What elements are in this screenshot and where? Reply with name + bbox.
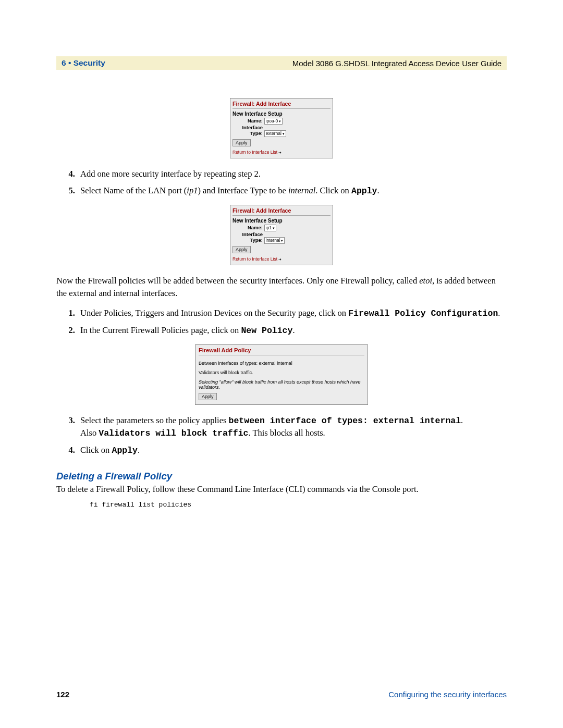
b1-suffix: . [498, 308, 500, 318]
step5-ip1: ip1 [187, 186, 198, 195]
b3-also-suf: . This blocks all hosts. [248, 428, 325, 438]
validators-pre: Validators will [199, 370, 227, 375]
return-link[interactable]: Return to Interface List [232, 256, 331, 262]
steps-list-a: Add one more security interface by repea… [56, 168, 507, 198]
step-b3: Select the parameters so the policy appl… [77, 414, 507, 440]
between-label: Between interfaces of types: [199, 361, 258, 366]
policies-intro-para: Now the Firewall policies will be added … [56, 275, 507, 300]
section-heading-delete: Deleting a Firewall Policy [56, 471, 507, 482]
type-row: Interface Type: external [232, 125, 331, 137]
step-b2: In the Current Firewall Policies page, c… [77, 324, 507, 337]
step5-text-a: Select Name of the LAN port ( [80, 186, 187, 195]
step-5: Select Name of the LAN port (ip1) and In… [77, 184, 507, 198]
b2-suffix: . [292, 325, 295, 335]
step5-apply: Apply [351, 186, 377, 196]
type-label: Interface Type: [232, 231, 263, 243]
validators-row: Validators will block traffic. [199, 370, 364, 375]
name-row: Name: ip1 [232, 225, 331, 231]
dialog-title: Firewall: Add Interface [232, 100, 331, 109]
page-header: 6 • Security Model 3086 G.SHDSL Integrat… [56, 56, 507, 70]
step5-text-c: . Click on [315, 186, 351, 195]
return-link[interactable]: Return to Interface List [232, 150, 331, 155]
delete-para: To delete a Firewall Policy, follow thes… [56, 483, 507, 496]
dialog-title: Firewall Add Policy [199, 346, 364, 355]
para-b-1: Now the Firewall policies will be added … [56, 276, 419, 286]
b2-prefix: In the Current Firewall Policies page, c… [80, 325, 241, 335]
apply-button[interactable]: Apply [232, 246, 251, 253]
type-select[interactable]: external [264, 130, 286, 137]
step-4-text: Add one more security interface by repea… [80, 169, 261, 179]
between-select-2[interactable]: internal [277, 361, 292, 366]
b3-mono: between interface of types: external int… [229, 416, 461, 426]
validators-select[interactable]: block [228, 370, 239, 375]
apply-button[interactable]: Apply [232, 139, 251, 146]
name-row: Name: ipoa-0 [232, 118, 331, 125]
step-b1: Under Policies, Triggers and Intrusion D… [77, 307, 507, 320]
b3-prefix: Select the parameters so the policy appl… [80, 415, 229, 425]
page-footer: 122 Configuring the security interfaces [56, 690, 507, 699]
b1-mono: Firewall Policy Configuration [348, 309, 498, 318]
b4-mono: Apply [112, 446, 138, 455]
type-row: Interface Type: internal [232, 231, 331, 244]
cli-command: fi firewall list policies [90, 501, 507, 509]
b1-prefix: Under Policies, Triggers and Intrusion D… [80, 308, 348, 318]
footer-label: Configuring the security interfaces [388, 690, 507, 699]
b4-suffix: . [138, 445, 140, 455]
b3-suffix: . [461, 415, 463, 425]
type-select[interactable]: internal [264, 237, 285, 244]
page-number: 122 [56, 690, 69, 699]
step5-internal: internal [288, 186, 315, 195]
steps-list-c: Select the parameters so the policy appl… [56, 414, 507, 458]
dialog-subtitle: New Interface Setup [232, 111, 331, 117]
firewall-add-policy-dialog: Firewall Add Policy Between interfaces o… [195, 344, 368, 405]
firewall-add-interface-dialog-1: Firewall: Add Interface New Interface Se… [230, 98, 333, 158]
step5-text-b: ) and Interface Type to be [198, 186, 288, 195]
step-b4: Click on Apply. [77, 444, 507, 457]
validators-post: traffic. [240, 370, 253, 375]
step5-text-d: . [377, 186, 380, 195]
guide-title: Model 3086 G.SHDSL Integrated Access Dev… [292, 59, 501, 68]
between-row: Between interfaces of types: external in… [199, 361, 364, 366]
chapter-label: 6 • Security [62, 58, 105, 68]
policy-note: Selecting "allow" will block traffic fro… [199, 379, 364, 390]
b4-prefix: Click on [80, 445, 112, 455]
b3-also-mono: Validators will block traffic [99, 428, 248, 438]
firewall-add-interface-dialog-2: Firewall: Add Interface New Interface Se… [230, 205, 333, 265]
apply-button[interactable]: Apply [199, 393, 217, 400]
name-select[interactable]: ipoa-0 [264, 118, 283, 125]
steps-list-b: Under Policies, Triggers and Intrusion D… [56, 307, 507, 337]
dialog-title: Firewall: Add Interface [232, 206, 331, 216]
dialog-subtitle: New Interface Setup [232, 218, 331, 224]
name-label: Name: [232, 225, 263, 230]
name-label: Name: [232, 118, 263, 124]
between-select-1[interactable]: external [259, 361, 276, 366]
page-content: Firewall: Add Interface New Interface Se… [56, 98, 507, 509]
document-page: 6 • Security Model 3086 G.SHDSL Integrat… [0, 0, 563, 728]
para-b-etoi: etoi [419, 276, 432, 286]
b3-also-pre: Also [80, 428, 99, 438]
name-select[interactable]: ip1 [264, 225, 276, 231]
step-4: Add one more security interface by repea… [77, 168, 507, 180]
type-label: Interface Type: [232, 125, 263, 136]
b2-mono: New Policy [241, 326, 292, 336]
